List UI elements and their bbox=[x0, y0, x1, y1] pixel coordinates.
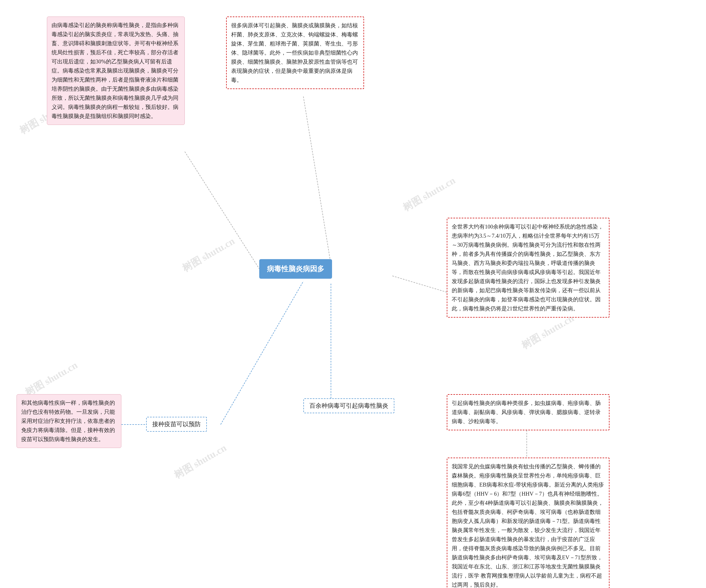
watermark-4: 树图 shutu.cn bbox=[171, 441, 229, 482]
left-bottom-box: 和其他病毒性疾病一样，病毒性脑炎的治疗也没有特效药物。一旦发病，只能采用对症治疗… bbox=[16, 394, 121, 448]
right-bottom-box: 我国常见的虫媒病毒性脑炎有蚊虫传播的乙型脑炎、蜱传播的森林脑炎。疱疹病毒性脑炎呈… bbox=[447, 458, 610, 588]
sublabel-vaccination: 接种疫苗可以预防 bbox=[146, 417, 207, 432]
svg-line-3 bbox=[221, 281, 303, 424]
right-lower-mid-box: 引起病毒性脑炎的病毒种类很多，如虫媒病毒、疱疹病毒、肠道病毒、副黏病毒、风疹病毒… bbox=[447, 394, 610, 430]
watermark-3: 树图 shutu.cn bbox=[23, 359, 80, 399]
watermark-2: 树图 shutu.cn bbox=[180, 234, 237, 275]
sublabel-hundred: 百余种病毒可引起病毒性脑炎 bbox=[303, 398, 394, 413]
svg-line-1 bbox=[303, 96, 331, 265]
svg-line-4 bbox=[392, 276, 447, 292]
watermark-5: 树图 shutu.cn bbox=[400, 174, 458, 214]
central-node: 病毒性脑炎病因多 bbox=[259, 259, 332, 279]
right-top-box: 很多病原体可引起脑炎、脑膜炎或脑膜脑炎，如结核杆菌、肺炎支原体、立克次体、钩端螺… bbox=[226, 16, 364, 89]
watermark-6: 树图 shutu.cn bbox=[519, 311, 576, 352]
svg-line-0 bbox=[185, 152, 259, 269]
right-mid-box: 全世界大约有100余种病毒可以引起中枢神经系统的急性感染，患病率约为3.5～7.… bbox=[447, 218, 610, 318]
mindmap-container: 树图 shutu.cn 树图 shutu.cn 树图 shutu.cn 树图 s… bbox=[0, 0, 706, 588]
left-top-box: 由病毒感染引起的脑炎称病毒性脑炎，是指由多种病毒感染引起的脑实质炎症，常表现为发… bbox=[47, 16, 185, 125]
